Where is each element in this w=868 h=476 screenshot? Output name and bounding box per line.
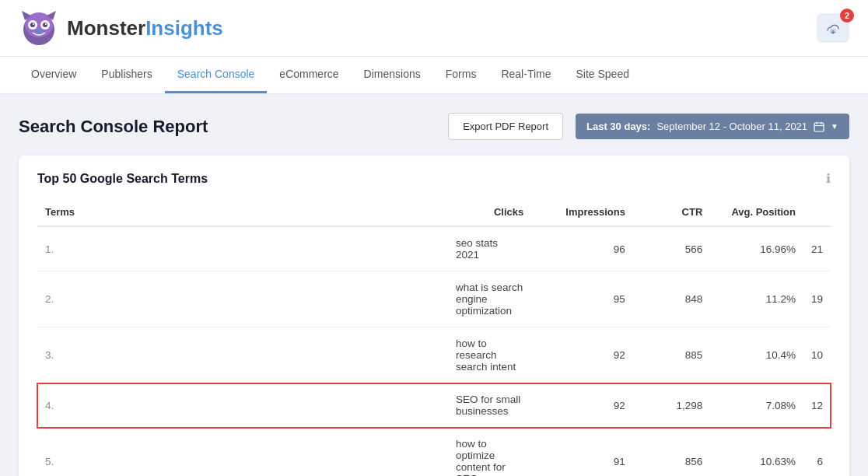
cell-rank: 3. bbox=[37, 327, 453, 383]
table-row: 5. how to optimize content for SEO 91 85… bbox=[37, 428, 831, 477]
cell-term: seo stats 2021 bbox=[453, 226, 531, 271]
nav-item-ecommerce[interactable]: eCommerce bbox=[267, 57, 351, 93]
col-header-impressions: Impressions bbox=[531, 200, 633, 226]
notification-icon bbox=[825, 20, 841, 36]
cell-clicks: 95 bbox=[531, 271, 633, 327]
cell-impressions: 856 bbox=[633, 428, 710, 477]
app-name: MonsterInsights bbox=[67, 16, 223, 40]
cell-avg-position: 6 bbox=[803, 428, 831, 477]
table-row: 2. what is search engine optimization 95… bbox=[37, 271, 831, 327]
page-header: Search Console Report Export PDF Report … bbox=[19, 113, 849, 140]
cell-impressions: 1,298 bbox=[633, 383, 710, 428]
col-header-ctr: CTR bbox=[633, 200, 710, 226]
cell-clicks: 96 bbox=[531, 226, 633, 271]
date-range-button[interactable]: Last 30 days: September 12 - October 11,… bbox=[576, 114, 849, 139]
cell-impressions: 566 bbox=[633, 226, 710, 271]
cell-rank: 2. bbox=[37, 271, 453, 327]
app-header: MonsterInsights 2 bbox=[0, 0, 868, 57]
svg-point-7 bbox=[43, 23, 47, 27]
nav-item-overview[interactable]: Overview bbox=[19, 57, 89, 93]
table-row: 3. how to research search intent 92 885 … bbox=[37, 327, 831, 383]
page-content: Search Console Report Export PDF Report … bbox=[0, 94, 868, 476]
card-header: Top 50 Google Search Terms ℹ bbox=[37, 171, 831, 186]
cell-impressions: 848 bbox=[633, 271, 710, 327]
logo-area: MonsterInsights bbox=[19, 8, 223, 48]
cell-impressions: 885 bbox=[633, 327, 710, 383]
cell-avg-position: 10 bbox=[803, 327, 831, 383]
card-title: Top 50 Google Search Terms bbox=[37, 172, 208, 186]
nav-item-search-console[interactable]: Search Console bbox=[165, 57, 268, 93]
svg-rect-12 bbox=[814, 123, 824, 131]
svg-rect-10 bbox=[36, 30, 42, 33]
search-terms-card: Top 50 Google Search Terms ℹ Terms Click… bbox=[19, 156, 849, 476]
cell-avg-position: 21 bbox=[803, 226, 831, 271]
nav-item-forms[interactable]: Forms bbox=[433, 57, 489, 93]
cell-rank: 1. bbox=[37, 226, 453, 271]
nav-item-dimensions[interactable]: Dimensions bbox=[352, 57, 433, 93]
chevron-down-icon: ▼ bbox=[831, 122, 838, 131]
nav-item-realtime[interactable]: Real-Time bbox=[488, 57, 563, 93]
cell-term: what is search engine optimization bbox=[453, 271, 531, 327]
cell-avg-position: 12 bbox=[803, 383, 831, 428]
nav-bar: Overview Publishers Search Console eComm… bbox=[0, 57, 868, 94]
notification-button[interactable]: 2 bbox=[817, 13, 849, 43]
svg-point-8 bbox=[33, 23, 34, 25]
col-header-terms: Terms bbox=[37, 200, 453, 226]
search-terms-table: Terms Clicks Impressions CTR Avg. Positi… bbox=[37, 200, 831, 476]
cell-avg-position: 19 bbox=[803, 271, 831, 327]
table-row: 1. seo stats 2021 96 566 16.96% 21 bbox=[37, 226, 831, 271]
cell-ctr: 10.4% bbox=[710, 327, 803, 383]
cell-term: how to optimize content for SEO bbox=[453, 428, 531, 477]
cell-clicks: 91 bbox=[531, 428, 633, 477]
calendar-icon bbox=[814, 121, 824, 132]
cell-clicks: 92 bbox=[531, 327, 633, 383]
notification-badge: 2 bbox=[840, 9, 854, 23]
date-range-value: September 12 - October 11, 2021 bbox=[656, 121, 807, 132]
cell-clicks: 92 bbox=[531, 383, 633, 428]
nav-item-site-speed[interactable]: Site Speed bbox=[563, 57, 642, 93]
cell-term: how to research search intent bbox=[453, 327, 531, 383]
page-title: Search Console Report bbox=[19, 117, 436, 137]
logo-icon bbox=[19, 8, 59, 48]
cell-rank: 5. bbox=[37, 428, 453, 477]
col-header-clicks: Clicks bbox=[453, 200, 531, 226]
cell-ctr: 7.08% bbox=[710, 383, 803, 428]
cell-rank: 4. bbox=[37, 383, 453, 428]
header-right: 2 bbox=[817, 13, 849, 43]
cell-ctr: 16.96% bbox=[710, 226, 803, 271]
svg-point-9 bbox=[45, 23, 47, 25]
svg-point-6 bbox=[30, 23, 35, 27]
info-icon[interactable]: ℹ bbox=[826, 171, 831, 186]
cell-ctr: 10.63% bbox=[710, 428, 803, 477]
col-header-avg-position: Avg. Position bbox=[710, 200, 803, 226]
nav-item-publishers[interactable]: Publishers bbox=[89, 57, 164, 93]
cell-term: SEO for small businesses bbox=[453, 383, 531, 428]
date-range-label: Last 30 days: bbox=[586, 121, 650, 132]
cell-ctr: 11.2% bbox=[710, 271, 803, 327]
table-header-row: Terms Clicks Impressions CTR Avg. Positi… bbox=[37, 200, 831, 226]
table-row-highlighted: 4. SEO for small businesses 92 1,298 7.0… bbox=[37, 383, 831, 428]
export-pdf-button[interactable]: Export PDF Report bbox=[448, 113, 563, 140]
